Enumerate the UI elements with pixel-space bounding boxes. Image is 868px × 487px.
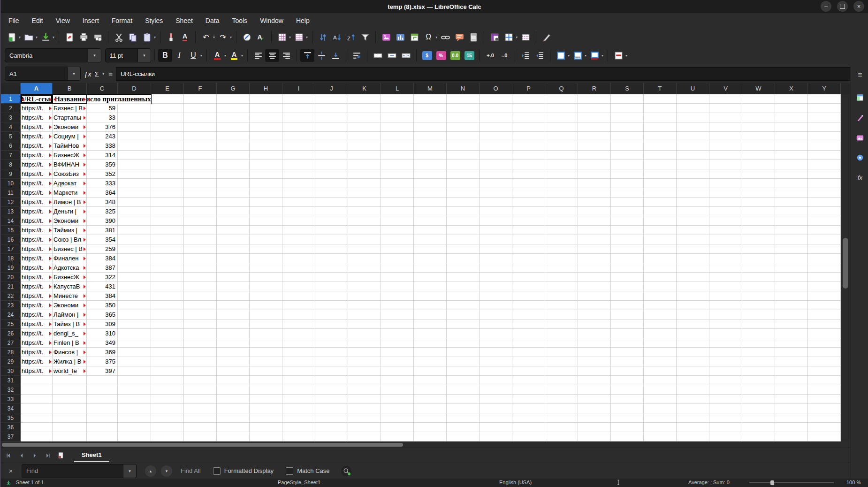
cell-Q22[interactable] <box>545 291 578 301</box>
cell-M5[interactable] <box>414 132 447 141</box>
column-header-b[interactable]: B <box>53 83 87 94</box>
cell-P22[interactable] <box>512 291 545 301</box>
cell-I13[interactable] <box>282 207 315 216</box>
row-header-34[interactable]: 34 <box>1 404 21 413</box>
cell-T31[interactable] <box>644 376 677 385</box>
cell-M24[interactable] <box>414 310 447 320</box>
cell-I10[interactable] <box>282 179 315 188</box>
cell-J8[interactable] <box>315 160 348 169</box>
new-document-dropdown[interactable]: ▾ <box>19 35 21 39</box>
cell-J2[interactable] <box>315 104 348 113</box>
cell-P16[interactable] <box>512 235 545 244</box>
cell-L32[interactable] <box>381 385 414 395</box>
cell-A6[interactable]: https://t. <box>21 141 53 151</box>
cell-L2[interactable] <box>381 104 414 113</box>
cell-M28[interactable] <box>414 348 447 357</box>
cell-F14[interactable] <box>184 216 217 226</box>
row-header-29[interactable]: 29 <box>1 357 21 366</box>
cell-V28[interactable] <box>709 348 742 357</box>
cell-M29[interactable] <box>414 357 447 366</box>
cell-Q18[interactable] <box>545 254 578 263</box>
cell-B7[interactable]: БизнесЖ <box>53 151 87 160</box>
cell-D35[interactable] <box>118 413 151 423</box>
cell-M20[interactable] <box>414 273 447 282</box>
cell-G33[interactable] <box>217 395 250 404</box>
cell-N37[interactable] <box>447 432 480 441</box>
cell-Y8[interactable] <box>808 160 841 169</box>
cell-D31[interactable] <box>118 376 151 385</box>
cell-P21[interactable] <box>512 282 545 291</box>
cell-B14[interactable]: Экономи <box>53 216 87 226</box>
cell-X13[interactable] <box>775 207 808 216</box>
cell-B12[interactable]: Лимон | В <box>53 198 87 207</box>
cell-L23[interactable] <box>381 301 414 310</box>
cell-F4[interactable] <box>184 122 217 132</box>
cell-N23[interactable] <box>447 301 480 310</box>
cell-N17[interactable] <box>447 244 480 254</box>
cell-Q34[interactable] <box>545 404 578 413</box>
cell-K31[interactable] <box>348 376 381 385</box>
cell-W9[interactable] <box>742 169 775 179</box>
cell-P17[interactable] <box>512 244 545 254</box>
cell-P23[interactable] <box>512 301 545 310</box>
cell-U33[interactable] <box>677 395 709 404</box>
cell-N24[interactable] <box>447 310 480 320</box>
column-header-e[interactable]: E <box>151 83 184 94</box>
cell-E4[interactable] <box>151 122 184 132</box>
cell-Q3[interactable] <box>545 113 578 122</box>
cell-M16[interactable] <box>414 235 447 244</box>
cell-Y16[interactable] <box>808 235 841 244</box>
cell-U28[interactable] <box>677 348 709 357</box>
menu-format[interactable]: Format <box>112 17 132 24</box>
cell-O2[interactable] <box>480 104 512 113</box>
cell-A12[interactable]: https://t. <box>21 198 53 207</box>
restore-button[interactable] <box>837 1 848 12</box>
cell-S12[interactable] <box>611 198 644 207</box>
cell-P14[interactable] <box>512 216 545 226</box>
freeze-rows-columns-button[interactable] <box>487 30 502 44</box>
cell-T4[interactable] <box>644 122 677 132</box>
underline-button[interactable]: U <box>186 49 200 62</box>
clear-formatting-button[interactable]: A <box>178 30 192 44</box>
cell-A30[interactable]: https://t. <box>21 366 53 376</box>
cell-P24[interactable] <box>512 310 545 320</box>
cell-V33[interactable] <box>709 395 742 404</box>
cell-Y37[interactable] <box>808 432 841 441</box>
cell-T33[interactable] <box>644 395 677 404</box>
cell-S13[interactable] <box>611 207 644 216</box>
cell-X8[interactable] <box>775 160 808 169</box>
redo-button[interactable]: ↷ <box>216 30 230 44</box>
cell-G16[interactable] <box>217 235 250 244</box>
cell-Q20[interactable] <box>545 273 578 282</box>
cell-O19[interactable] <box>480 263 512 273</box>
cell-L1[interactable] <box>381 94 414 104</box>
cell-C23[interactable]: 350 <box>87 301 118 310</box>
cell-O30[interactable] <box>480 366 512 376</box>
cell-Y14[interactable] <box>808 216 841 226</box>
cell-M22[interactable] <box>414 291 447 301</box>
cell-Q32[interactable] <box>545 385 578 395</box>
name-box-dropdown[interactable]: ▾ <box>67 67 80 80</box>
cell-G20[interactable] <box>217 273 250 282</box>
cell-N34[interactable] <box>447 404 480 413</box>
cell-T14[interactable] <box>644 216 677 226</box>
cell-E11[interactable] <box>151 188 184 198</box>
cell-H22[interactable] <box>250 291 282 301</box>
cell-B20[interactable]: БизнесЖ <box>53 273 87 282</box>
cell-Y12[interactable] <box>808 198 841 207</box>
cell-I31[interactable] <box>282 376 315 385</box>
menu-edit[interactable]: Edit <box>32 17 43 24</box>
cell-G8[interactable] <box>217 160 250 169</box>
cell-X35[interactable] <box>775 413 808 423</box>
cell-N25[interactable] <box>447 320 480 329</box>
cell-I36[interactable] <box>282 423 315 432</box>
cell-Y17[interactable] <box>808 244 841 254</box>
cell-G25[interactable] <box>217 320 250 329</box>
cell-A10[interactable]: https://t. <box>21 179 53 188</box>
cell-Q6[interactable] <box>545 141 578 151</box>
cell-I1[interactable] <box>282 94 315 104</box>
cell-Q23[interactable] <box>545 301 578 310</box>
cell-C24[interactable]: 365 <box>87 310 118 320</box>
cell-E23[interactable] <box>151 301 184 310</box>
cell-W12[interactable] <box>742 198 775 207</box>
